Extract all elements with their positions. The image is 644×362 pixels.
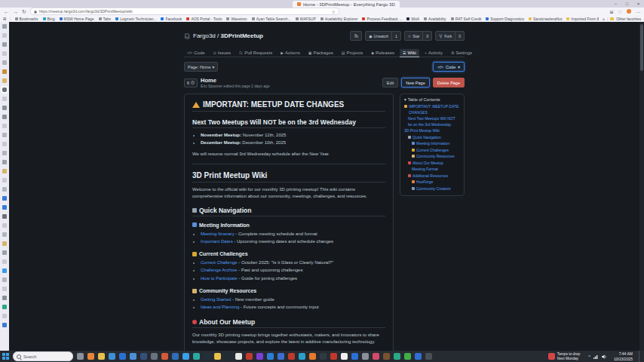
- taskbar-app-icon[interactable]: [193, 353, 200, 360]
- toc-link[interactable]: Quick Navigation: [404, 135, 460, 141]
- tab-actions[interactable]: ▶Actions: [278, 49, 303, 57]
- vertical-tab-favicon[interactable]: [2, 160, 7, 164]
- browser-tab[interactable]: Home - 3DPrintMeetup - Everything Fargo …: [293, 1, 400, 8]
- taskbar-app-icon[interactable]: [288, 353, 295, 360]
- wiki-link[interactable]: Challenge Archive: [201, 268, 237, 272]
- taskbar-app-icon[interactable]: [87, 353, 94, 360]
- page-scrollbar[interactable]: [639, 22, 644, 351]
- tab-issues[interactable]: ⊙Issues: [210, 49, 235, 57]
- new-page-button[interactable]: New Page: [401, 78, 429, 87]
- taskbar-app-icon[interactable]: [151, 353, 158, 360]
- other-favorites-button[interactable]: Other favorites: [616, 17, 641, 21]
- bookmark-item[interactable]: Support Diagnostics: [486, 17, 524, 21]
- repo-owner-link[interactable]: Fargo3d: [193, 32, 216, 39]
- taskbar-app-icon[interactable]: [341, 353, 348, 360]
- toc-link[interactable]: Additional Resources: [404, 173, 460, 179]
- vertical-tab-favicon[interactable]: [2, 78, 7, 83]
- wiki-link[interactable]: Getting Started: [201, 297, 231, 302]
- collections-icon[interactable]: ⊞: [610, 9, 614, 14]
- close-button[interactable]: ×: [633, 0, 644, 8]
- taskbar-app-icon[interactable]: [309, 353, 316, 360]
- vertical-tab-favicon[interactable]: [2, 151, 7, 155]
- bookmark-item[interactable]: MSW Home Page: [60, 17, 94, 21]
- browser-menu-icon[interactable]: ⋯: [636, 9, 640, 14]
- repo-name-link[interactable]: 3DPrintMeetup: [221, 32, 263, 39]
- bookmark-item[interactable]: AOS Portal - Tools: [186, 17, 222, 21]
- taskbar-app-icon[interactable]: [235, 353, 242, 360]
- vertical-tab-favicon[interactable]: [2, 214, 7, 219]
- vertical-tab-favicon[interactable]: [2, 87, 7, 92]
- taskbar-app-icon[interactable]: [320, 353, 327, 360]
- bookmark-item[interactable]: Process Feedback ...: [362, 17, 402, 21]
- tab-activity[interactable]: ⌁Activity: [422, 49, 446, 57]
- rss-button[interactable]: [350, 31, 362, 41]
- toc-link[interactable]: Meeting Information: [404, 141, 460, 147]
- taskbar-app-icon[interactable]: [98, 353, 105, 360]
- fork-count[interactable]: 0: [455, 32, 464, 40]
- star-button[interactable]: ☆Star 0: [404, 31, 432, 41]
- bookmark-item[interactable]: SandcrawleraNut: [529, 17, 562, 21]
- taskbar-app-icon[interactable]: [373, 353, 379, 360]
- toc-link[interactable]: Community Resources: [404, 154, 460, 160]
- bookmark-item[interactable]: Logmein Technician...: [115, 17, 156, 21]
- tab-wiki[interactable]: ☰Wiki: [400, 49, 419, 57]
- show-desktop-button[interactable]: [639, 351, 642, 362]
- vertical-tab-favicon[interactable]: [2, 115, 7, 119]
- vertical-tab-favicon[interactable]: [2, 133, 7, 137]
- vertical-tab-favicon[interactable]: [2, 241, 7, 246]
- taskbar-app-icon[interactable]: [362, 353, 369, 360]
- taskbar-app-icon[interactable]: [204, 353, 210, 360]
- taskbar-app-icon[interactable]: [267, 353, 274, 360]
- taskbar-app-icon[interactable]: [404, 353, 411, 360]
- start-button[interactable]: [2, 353, 9, 360]
- bookmark-item[interactable]: WoA: [406, 17, 419, 21]
- refresh-icon[interactable]: ↻: [22, 9, 26, 14]
- taskbar-app-icon[interactable]: [351, 353, 358, 360]
- weather-widget[interactable]: Temps to drop Next Monday: [548, 352, 580, 361]
- vertical-tab-favicon[interactable]: [2, 51, 7, 56]
- tab-pull-requests[interactable]: Pull Requests: [236, 49, 275, 57]
- bookmark-item[interactable]: Tabs: [99, 17, 112, 21]
- tab-releases[interactable]: ◆Releases: [368, 49, 397, 57]
- vertical-tab-favicon[interactable]: [2, 124, 7, 128]
- taskbar-search[interactable]: Search: [13, 351, 73, 361]
- vertical-tab-favicon[interactable]: [2, 250, 7, 255]
- wiki-link[interactable]: Ideas and Planning: [201, 305, 239, 309]
- forward-icon[interactable]: →: [13, 9, 18, 14]
- apps-grid-icon[interactable]: ⊞: [3, 17, 6, 21]
- vertical-tab-favicon[interactable]: [2, 142, 7, 146]
- watch-count[interactable]: 1: [391, 32, 400, 40]
- vertical-tab-favicon[interactable]: [2, 178, 7, 183]
- favorite-star-icon[interactable]: ☆: [331, 9, 335, 14]
- taskbar-app-icon[interactable]: [119, 353, 126, 360]
- edit-button[interactable]: Edit: [382, 78, 398, 87]
- bookmarks-overflow-icon[interactable]: »: [603, 17, 605, 21]
- taskbar-app-icon[interactable]: [383, 353, 390, 360]
- vertical-tab-favicon[interactable]: [2, 232, 7, 237]
- bookmark-item[interactable]: Bookmarks: [15, 17, 38, 21]
- scrollbar-thumb[interactable]: [640, 24, 643, 71]
- taskbar-app-icon[interactable]: [77, 353, 84, 360]
- network-icon[interactable]: [593, 354, 599, 359]
- wiki-link[interactable]: Important Dates: [201, 239, 233, 244]
- minimize-button[interactable]: –: [610, 0, 621, 8]
- taskbar-app-icon[interactable]: [214, 353, 221, 360]
- vertical-tab-favicon[interactable]: [2, 196, 7, 201]
- bookmark-item[interactable]: Bing: [43, 17, 55, 21]
- tab-packages[interactable]: ▣Packages: [305, 49, 336, 57]
- address-bar[interactable]: https://meetup.fargo3d.com/fargo3d/3DPri…: [30, 8, 339, 15]
- bookmark-item[interactable]: Wavetron: [226, 17, 247, 21]
- wiki-link[interactable]: How to Participate: [201, 276, 238, 281]
- toc-toggle[interactable]: ▾ Table of Contents: [404, 97, 460, 102]
- taskbar-app-icon[interactable]: [246, 353, 253, 360]
- vertical-tab-favicon[interactable]: [2, 305, 7, 309]
- bookmark-item[interactable]: Availability Explorer: [320, 17, 358, 21]
- bookmark-item[interactable]: Facebook: [161, 17, 182, 21]
- taskbar-app-icon[interactable]: [225, 353, 232, 360]
- wiki-link[interactable]: Meeting Itinerary: [201, 232, 235, 236]
- toc-link[interactable]: 3D Print Meetup Wiki: [404, 128, 460, 134]
- toc-link[interactable]: Current Challenges: [404, 148, 460, 154]
- vertical-tab-favicon[interactable]: [2, 259, 7, 264]
- fork-button[interactable]: Fork 0: [435, 31, 465, 41]
- taskbar-app-icon[interactable]: [161, 353, 168, 360]
